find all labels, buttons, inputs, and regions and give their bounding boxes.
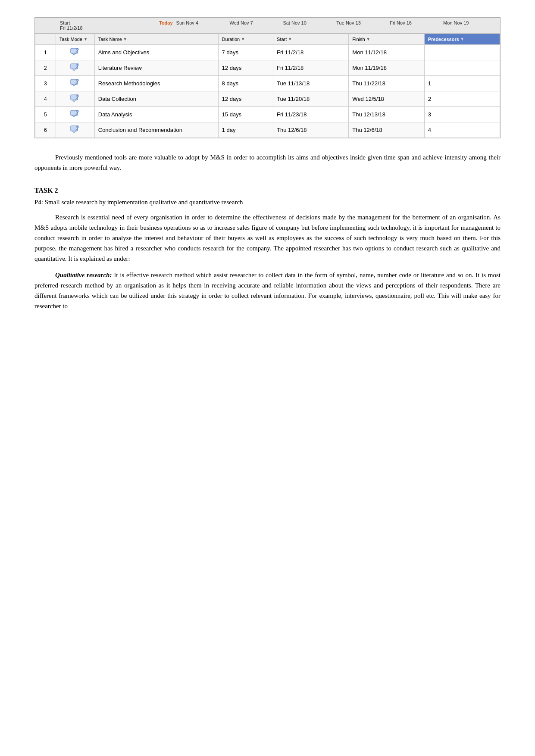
start-date: Fri 11/2/18 (60, 25, 159, 31)
row-num-2: 2 (35, 60, 56, 76)
gantt-header-bar: Start Fri 11/2/18 Today Sun Nov 4 Wed No… (35, 18, 500, 34)
gantt-table: Task Mode ▼ Task Name ▼ Duration ▼ (35, 34, 500, 138)
col-header-name: Task Name ▼ (94, 34, 218, 45)
svg-point-1 (76, 48, 79, 50)
date-marker-3: Tue Nov 13 (336, 20, 390, 25)
task-duration-3: 8 days (218, 76, 273, 91)
row-num-1: 1 (35, 45, 56, 60)
sort-arrow-mode[interactable]: ▼ (84, 37, 88, 41)
task-pred-2 (424, 60, 500, 76)
task-mode-icon-6 (56, 122, 94, 138)
task2-subheading: P4: Small scale research by implementati… (34, 199, 501, 206)
task-name-5: Data Analysis (94, 107, 218, 122)
gantt-row-1: 1 Aims and Objectives7 daysFri 11/2/18Mo… (35, 45, 500, 60)
gantt-row-2: 2 Literature Review12 daysFri 11/2/18Mon… (35, 60, 500, 76)
task-pred-6: 4 (424, 122, 500, 138)
svg-point-11 (76, 125, 79, 128)
date-marker-2: Sat Nov 10 (283, 20, 336, 25)
gantt-row-4: 4 Data Collection12 daysTue 11/20/18Wed … (35, 91, 500, 107)
sort-arrow-start[interactable]: ▼ (288, 37, 292, 41)
task-start-2: Fri 11/2/18 (273, 60, 349, 76)
task-duration-1: 7 days (218, 45, 273, 60)
start-label: Start (60, 20, 159, 25)
date-marker-0: Sun Nov 4 (176, 20, 230, 25)
today-label: Today (159, 20, 173, 25)
task-finish-6: Thu 12/6/18 (349, 122, 424, 138)
date-markers: Sun Nov 4 Wed Nov 7 Sat Nov 10 Tue Nov 1… (176, 20, 497, 25)
task-pred-4: 2 (424, 91, 500, 107)
task-name-1: Aims and Objectives (94, 45, 218, 60)
row-num-5: 5 (35, 107, 56, 122)
col-header-num (35, 34, 56, 45)
task-mode-icon-2 (56, 60, 94, 76)
task-name-2: Literature Review (94, 60, 218, 76)
svg-point-5 (76, 79, 79, 81)
body-para-1: Previously mentioned tools are more valu… (34, 152, 501, 173)
sort-arrow-finish[interactable]: ▼ (366, 37, 370, 41)
sort-arrow-pred[interactable]: ▼ (460, 37, 464, 41)
col-header-finish: Finish ▼ (349, 34, 424, 45)
task-duration-5: 15 days (218, 107, 273, 122)
task-duration-2: 12 days (218, 60, 273, 76)
row-num-3: 3 (35, 76, 56, 91)
task-start-5: Fri 11/23/18 (273, 107, 349, 122)
task-start-6: Thu 12/6/18 (273, 122, 349, 138)
date-marker-1: Wed Nov 7 (229, 20, 283, 25)
qualitative-bold-label: Qualitative research: (55, 272, 112, 278)
body-para-2: Research is essential need of every orga… (34, 212, 501, 264)
task-name-3: Research Methodologies (94, 76, 218, 91)
task-start-3: Tue 11/13/18 (273, 76, 349, 91)
gantt-chart: Start Fri 11/2/18 Today Sun Nov 4 Wed No… (34, 17, 501, 138)
row-num-6: 6 (35, 122, 56, 138)
task-mode-icon-5 (56, 107, 94, 122)
sort-arrow-duration[interactable]: ▼ (241, 37, 245, 41)
col-header-duration: Duration ▼ (218, 34, 273, 45)
task-name-4: Data Collection (94, 91, 218, 107)
task-finish-3: Thu 11/22/18 (349, 76, 424, 91)
task-pred-5: 3 (424, 107, 500, 122)
task-duration-6: 1 day (218, 122, 273, 138)
task-pred-3: 1 (424, 76, 500, 91)
task-name-6: Conclusion and Recommendation (94, 122, 218, 138)
sort-arrow-name[interactable]: ▼ (123, 37, 127, 41)
gantt-row-6: 6 Conclusion and Recommendation1 dayThu … (35, 122, 500, 138)
task-finish-5: Thu 12/13/18 (349, 107, 424, 122)
row-num-4: 4 (35, 91, 56, 107)
col-header-start: Start ▼ (273, 34, 349, 45)
gantt-row-5: 5 Data Analysis15 daysFri 11/23/18Thu 12… (35, 107, 500, 122)
task2-heading: TASK 2 (34, 187, 501, 194)
task-finish-1: Mon 11/12/18 (349, 45, 424, 60)
task-start-1: Fri 11/2/18 (273, 45, 349, 60)
task-finish-4: Wed 12/5/18 (349, 91, 424, 107)
task-mode-icon-3 (56, 76, 94, 91)
col-header-mode: Task Mode ▼ (56, 34, 94, 45)
gantt-row-3: 3 Research Methodologies8 daysTue 11/13/… (35, 76, 500, 91)
task-pred-1 (424, 45, 500, 60)
svg-point-7 (76, 94, 79, 97)
date-marker-5: Mon Nov 19 (443, 20, 497, 25)
task-duration-4: 12 days (218, 91, 273, 107)
col-header-predecessors: Predecessors ▼ (424, 34, 500, 45)
task-start-4: Tue 11/20/18 (273, 91, 349, 107)
body-para-3: Qualitative research: It is effective re… (34, 270, 501, 311)
svg-point-9 (76, 110, 79, 112)
task-finish-2: Mon 11/19/18 (349, 60, 424, 76)
svg-point-3 (76, 63, 79, 66)
task-mode-icon-4 (56, 91, 94, 107)
date-marker-4: Fri Nov 16 (390, 20, 443, 25)
task-mode-icon-1 (56, 45, 94, 60)
